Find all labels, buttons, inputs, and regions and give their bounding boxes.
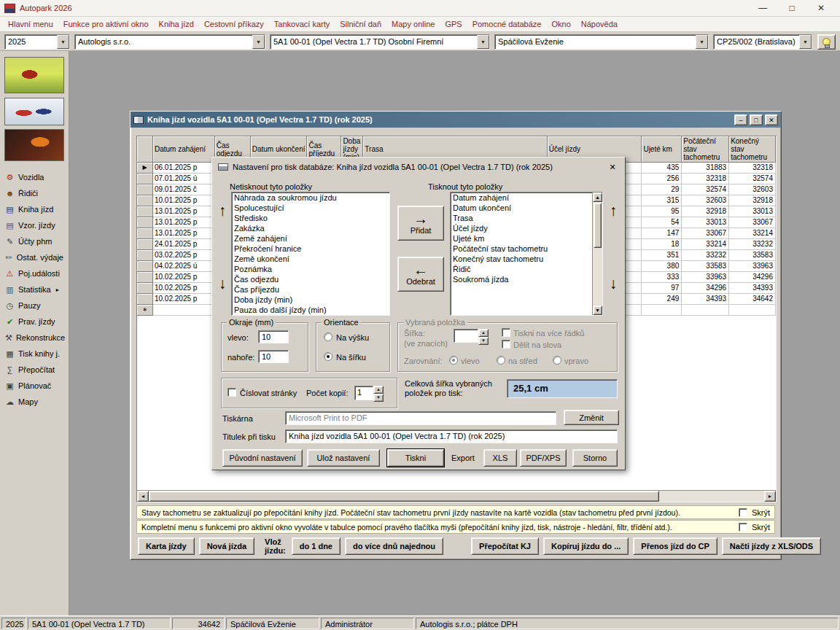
print-title-input[interactable]: Kniha jízd vozidla 5A1 00-01 (Opel Vectr… bbox=[285, 429, 618, 443]
sidebar-item[interactable]: ⚙ Vozidla bbox=[0, 169, 69, 185]
spinner-up-icon[interactable]: ▲ bbox=[478, 329, 489, 337]
insert-one-day-button[interactable]: do 1 dne bbox=[292, 537, 341, 555]
list-item[interactable]: Řidič bbox=[451, 264, 592, 274]
sidebar-item[interactable]: ☁ Mapy bbox=[0, 394, 69, 410]
move-up-icon[interactable]: ↑ bbox=[607, 200, 619, 223]
scroll-track[interactable] bbox=[659, 491, 764, 502]
menu-item[interactable]: Hlavní menu bbox=[3, 18, 58, 30]
chevron-down-icon[interactable]: ▼ bbox=[799, 35, 812, 49]
load-trips-button[interactable]: Načti jízdy z XLS/ODS bbox=[722, 537, 821, 555]
menu-item[interactable]: Silniční daň bbox=[335, 18, 386, 30]
trip-card-button[interactable]: Karta jízdy bbox=[138, 537, 195, 555]
portrait-radio[interactable] bbox=[324, 332, 332, 341]
save-settings-button[interactable]: Ulož nastavení bbox=[307, 449, 380, 467]
list-item[interactable]: Země ukončení bbox=[232, 254, 389, 264]
sidebar-item[interactable]: ◷ Pauzy bbox=[0, 298, 69, 314]
sidebar-item[interactable]: ▥ Statistika ▸ bbox=[0, 281, 69, 298]
move-down-icon[interactable]: ↓ bbox=[217, 273, 228, 296]
menu-item[interactable]: Kniha jízd bbox=[154, 18, 199, 30]
chevron-down-icon[interactable]: ▼ bbox=[696, 35, 708, 49]
scroll-up-icon[interactable]: ▲ bbox=[593, 192, 602, 202]
recalculate-button[interactable]: Přepočítat KJ bbox=[471, 537, 539, 555]
transfer-trips-button[interactable]: Přenos jízd do CP bbox=[633, 537, 718, 555]
spinner-up-icon[interactable]: ▲ bbox=[373, 386, 384, 394]
close-button[interactable]: ✕ bbox=[806, 0, 836, 17]
not-print-list[interactable]: Náhrada za soukromou jízduSpolucestující… bbox=[231, 192, 390, 316]
company-combo[interactable]: Autologis s.r.o. ▼ bbox=[74, 34, 265, 50]
chevron-down-icon[interactable]: ▼ bbox=[477, 35, 489, 49]
insert-multi-day-button[interactable]: do více dnů najednou bbox=[345, 537, 443, 555]
driver-combo[interactable]: Spáčilová Evženie ▼ bbox=[494, 34, 709, 50]
menu-item[interactable]: Funkce pro aktivní okno bbox=[58, 18, 154, 30]
new-trip-button[interactable]: Nová jízda bbox=[199, 537, 254, 555]
margin-left-input[interactable]: 10 bbox=[258, 330, 289, 343]
sidebar-item[interactable]: ▤ Vzor. jízdy bbox=[0, 217, 69, 233]
move-up-icon[interactable]: ↑ bbox=[217, 200, 228, 223]
vertical-scrollbar[interactable]: ▲ ▼ bbox=[592, 192, 602, 315]
scroll-down-icon[interactable]: ▼ bbox=[593, 306, 602, 315]
child-restore-button[interactable]: □ bbox=[750, 114, 763, 125]
export-xls-button[interactable]: XLS bbox=[483, 449, 517, 467]
list-item[interactable]: Konečný stav tachometru bbox=[451, 254, 592, 264]
align-left-radio[interactable] bbox=[449, 356, 458, 365]
trip-combo[interactable]: CP25/002 (Bratislava) ▼ bbox=[713, 34, 812, 50]
number-pages-checkbox[interactable] bbox=[228, 388, 236, 397]
menu-item[interactable]: Mapy online bbox=[386, 18, 440, 30]
add-button[interactable]: → Přidat bbox=[397, 206, 444, 241]
dialog-titlebar[interactable]: Nastavení pro tisk databáze: Kniha jízd … bbox=[212, 158, 625, 176]
menu-item[interactable]: Nápověda bbox=[576, 18, 623, 30]
scroll-track[interactable] bbox=[593, 249, 602, 306]
chevron-down-icon[interactable]: ▼ bbox=[57, 35, 69, 49]
sidebar-item[interactable]: ✎ Účty phm bbox=[0, 233, 69, 249]
sidebar-item[interactable]: ☻ Řidiči bbox=[0, 185, 69, 201]
list-item[interactable]: Doba jízdy (min) bbox=[232, 295, 389, 305]
list-item[interactable]: Ujeté km bbox=[451, 233, 592, 244]
landscape-radio[interactable] bbox=[324, 352, 332, 361]
copy-trip-button[interactable]: Kopíruj jízdu do ... bbox=[543, 537, 629, 555]
maximize-button[interactable]: □ bbox=[777, 0, 806, 17]
column-header[interactable]: Konečný stav tachometru bbox=[729, 136, 776, 163]
menu-item[interactable]: GPS bbox=[440, 18, 467, 30]
move-down-icon[interactable]: ↓ bbox=[607, 273, 619, 296]
list-item[interactable]: Účel jízdy bbox=[451, 223, 592, 233]
list-item[interactable]: Překročení hranice bbox=[232, 244, 389, 254]
list-item[interactable]: Čas odjezdu bbox=[232, 274, 389, 284]
tips-button[interactable] bbox=[817, 34, 836, 50]
sidebar-item[interactable]: ▣ Plánovač bbox=[0, 378, 69, 394]
sidebar-item[interactable]: ⚒ Rekonstrukce bbox=[0, 330, 69, 346]
logbook-window-titlebar[interactable]: Kniha jízd vozidla 5A1 00-01 (Opel Vectr… bbox=[131, 112, 781, 128]
copies-spinner-value[interactable]: 1 bbox=[354, 386, 373, 400]
column-header[interactable]: Počáteční stav tachometru bbox=[682, 136, 729, 163]
list-item[interactable]: Soukromá jízda bbox=[451, 274, 592, 284]
dialog-close-button[interactable]: ✕ bbox=[606, 161, 619, 174]
hide-info-checkbox[interactable] bbox=[739, 508, 747, 517]
scroll-right-icon[interactable]: ► bbox=[764, 491, 776, 502]
original-settings-button[interactable]: Původní nastavení bbox=[222, 449, 303, 467]
list-item[interactable]: Počáteční stav tachometru bbox=[451, 244, 592, 254]
sidebar-item[interactable]: ∑ Přepočítat bbox=[0, 362, 69, 378]
list-item[interactable]: Datum zahájení bbox=[451, 192, 592, 203]
printer-input[interactable]: Microsoft Print to PDF bbox=[285, 411, 556, 425]
list-item[interactable]: Spolucestující bbox=[232, 203, 389, 213]
scroll-thumb[interactable] bbox=[149, 491, 659, 502]
sidebar-item[interactable]: ▦ Tisk knihy j. bbox=[0, 346, 69, 362]
multiline-checkbox[interactable] bbox=[502, 328, 510, 337]
remove-button[interactable]: ← Odebrat bbox=[397, 257, 444, 292]
scroll-thumb[interactable] bbox=[594, 203, 602, 248]
list-item[interactable]: Poznámka bbox=[232, 264, 389, 274]
print-list[interactable]: Datum zahájeníDatum ukončeníTrasaÚčel jí… bbox=[450, 192, 603, 316]
year-combo[interactable]: 2025 ▼ bbox=[4, 34, 70, 50]
list-item[interactable]: Středisko bbox=[232, 213, 389, 223]
chevron-down-icon[interactable]: ▼ bbox=[252, 35, 265, 49]
menu-item[interactable]: Cestovní příkazy bbox=[199, 18, 269, 30]
child-minimize-button[interactable]: – bbox=[734, 114, 747, 125]
list-item[interactable]: Pauza do další jízdy (min) bbox=[232, 305, 389, 315]
cancel-button[interactable]: Storno bbox=[572, 449, 618, 467]
change-printer-button[interactable]: Změnit bbox=[564, 410, 619, 425]
list-item[interactable]: Čas příjezdu bbox=[232, 284, 389, 295]
print-list-items[interactable]: Datum zahájeníDatum ukončeníTrasaÚčel jí… bbox=[451, 192, 592, 315]
sidebar-item[interactable]: ✔ Prav. jízdy bbox=[0, 314, 69, 330]
column-header[interactable]: Ujeté km bbox=[642, 136, 682, 163]
sidebar-item[interactable]: ✏ Ostat. výdaje bbox=[0, 249, 69, 265]
column-header[interactable]: Datum zahájení bbox=[153, 136, 215, 163]
